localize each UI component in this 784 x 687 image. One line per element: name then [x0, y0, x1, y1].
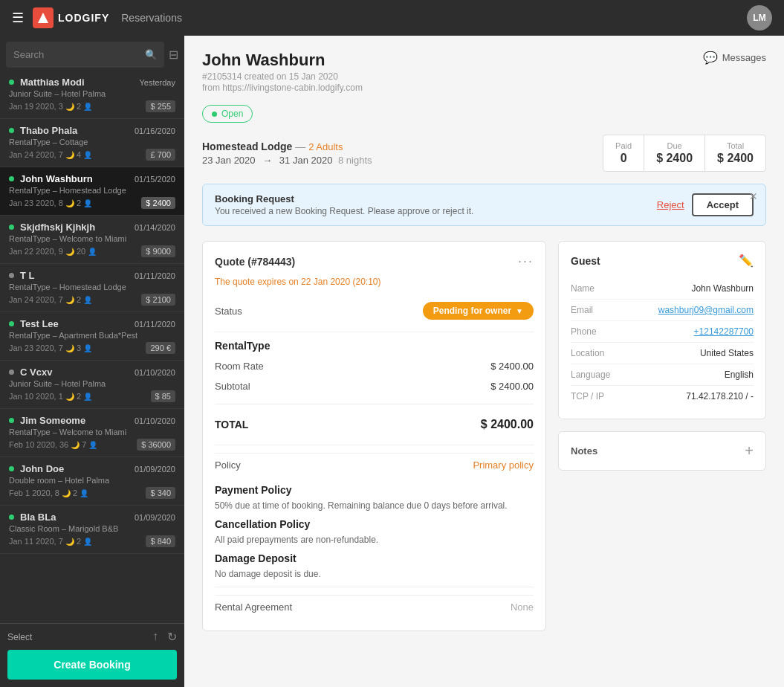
refresh-icon[interactable]: ↻: [167, 630, 177, 644]
content-area: John Washburn #2105314 created on 15 Jan…: [184, 36, 784, 687]
messages-button[interactable]: 💬 Messages: [703, 51, 766, 65]
list-item[interactable]: Skjdfhskj Kjhkjh 01/14/2020 RentalType –…: [0, 216, 184, 264]
add-note-icon[interactable]: +: [745, 442, 754, 459]
due-value: $ 2400: [656, 152, 693, 165]
side-column: Guest ✏️ Name John Washburn Email washbu…: [558, 241, 766, 643]
property-subtitle: RentalType – Cottage: [9, 138, 175, 146]
stay-dates: Jan 19 2020, 3 🌙 2 👤: [9, 102, 92, 111]
notes-card: Notes +: [558, 431, 766, 471]
reject-button[interactable]: Reject: [657, 199, 684, 210]
list-item[interactable]: T L 01/11/2020 RentalType – Homestead Lo…: [0, 264, 184, 312]
total-value: $ 2400: [717, 152, 754, 165]
quote-menu-icon[interactable]: ···: [518, 254, 534, 269]
status-pending-badge[interactable]: Pending for owner ▼: [423, 302, 534, 320]
share-icon[interactable]: ↑: [152, 630, 158, 644]
list-item[interactable]: C Vcxv 01/10/2020 Junior Suite – Hotel P…: [0, 361, 184, 409]
email-field-value[interactable]: washburj09@gmail.com: [658, 305, 754, 315]
search-input[interactable]: [13, 49, 140, 60]
damage-deposit-title: Damage Deposit: [215, 552, 534, 564]
stay-dates: Feb 10 2020, 36 🌙 7 👤: [9, 440, 97, 449]
due-label: Due: [656, 141, 693, 150]
search-bar[interactable]: 🔍: [6, 42, 164, 68]
booking-amount: $ 255: [146, 100, 175, 112]
tcp-field-value: 71.42.178.210 / -: [686, 391, 754, 401]
payment-policy-text: 50% due at time of booking. Remaining ba…: [215, 500, 534, 511]
stay-dates: Jan 23 2020, 8 🌙 2 👤: [9, 199, 92, 207]
room-rate-label: Room Rate: [215, 361, 264, 372]
adults-count: 2 Adults: [308, 141, 343, 152]
list-item[interactable]: Matthias Modi Yesterday Junior Suite – H…: [0, 71, 184, 119]
booking-date: 01/16/2020: [135, 126, 175, 135]
guest-name-row: Name John Washburn: [571, 278, 754, 300]
cancellation-policy-text: All paid prepayments are non-refundable.: [215, 535, 534, 545]
guest-name: John Doe: [20, 463, 64, 474]
language-field-label: Language: [571, 370, 610, 380]
quote-expires: The quote expires on 22 Jan 2020 (20:10): [215, 277, 534, 287]
booking-date: 01/10/2020: [135, 416, 175, 425]
booking-amount: $ 2100: [141, 294, 175, 306]
booking-date: 01/10/2020: [135, 368, 175, 377]
payment-policy-title: Payment Policy: [215, 484, 534, 496]
guest-name: C Vcxv: [20, 367, 52, 378]
sidebar: 🔍 ⊟ Matthias Modi Yesterday Junior Suite…: [0, 36, 184, 687]
guest-phone-row: Phone +12142287700: [571, 321, 754, 343]
list-item[interactable]: John Doe 01/09/2020 Double room – Hotel …: [0, 457, 184, 506]
property-subtitle: RentalType – Homestead Lodge: [9, 186, 175, 195]
accept-button[interactable]: Accept: [692, 193, 754, 216]
paid-label: Paid: [615, 141, 632, 150]
location-field-value: United States: [700, 348, 754, 358]
guest-name: Jim Someome: [20, 415, 85, 426]
guest-name: Bla BLa: [20, 512, 56, 523]
list-item[interactable]: Test Lee 01/11/2020 RentalType – Apartme…: [0, 312, 184, 361]
list-item[interactable]: Jim Someome 01/10/2020 RentalType – Welc…: [0, 409, 184, 457]
phone-field-value[interactable]: +12142287700: [694, 326, 754, 337]
list-item-active[interactable]: John Washburn 01/15/2020 RentalType – Ho…: [0, 167, 184, 216]
guest-name: T L: [20, 270, 35, 281]
stay-dates: Jan 23 2020, 7 🌙 3 👤: [9, 344, 92, 352]
banner-title: Booking Request: [215, 193, 473, 204]
edit-guest-icon[interactable]: ✏️: [739, 254, 754, 268]
banner-text: You received a new Booking Request. Plea…: [215, 206, 473, 216]
property-name: Homestead Lodge — 2 Adults: [202, 141, 372, 152]
guest-tcp-row: TCP / IP 71.42.178.210 / -: [571, 386, 754, 407]
page-title: Reservations: [121, 12, 182, 24]
total-stat: Total $ 2400: [705, 135, 765, 171]
stay-dates: Jan 24 2020, 7 🌙 2 👤: [9, 295, 92, 304]
logo: LODGIFY: [33, 7, 109, 28]
guest-name: Matthias Modi: [20, 77, 85, 88]
stay-dates: Jan 24 2020, 7 🌙 4 👤: [9, 150, 92, 159]
total-row-value: $ 2400.00: [481, 418, 534, 431]
status-dot: [9, 273, 14, 278]
guest-card: Guest ✏️ Name John Washburn Email washbu…: [558, 241, 766, 419]
status-dot: [9, 80, 14, 85]
booking-source: from https://livingstone-cabin.lodgify.c…: [202, 83, 363, 93]
property-subtitle: RentalType – Welcome to Miami: [9, 428, 175, 436]
status-badge: Open: [202, 105, 253, 123]
list-item[interactable]: Thabo Phala 01/16/2020 RentalType – Cott…: [0, 119, 184, 167]
avatar[interactable]: LM: [747, 5, 772, 30]
policy-value[interactable]: Primary policy: [473, 459, 534, 471]
booking-date: 01/15/2020: [135, 175, 175, 184]
stay-dates: Jan 22 2020, 9 🌙 20 👤: [9, 247, 97, 256]
total-label: Total: [717, 141, 754, 150]
name-field-value: John Washburn: [691, 283, 754, 294]
create-booking-button[interactable]: Create Booking: [7, 650, 177, 680]
stay-dates-detail: 23 Jan 2020 → 31 Jan 2020 8 nights: [202, 155, 372, 166]
hamburger-icon[interactable]: ☰: [12, 10, 24, 26]
location-field-label: Location: [571, 348, 604, 358]
filter-icon[interactable]: ⊟: [169, 48, 178, 62]
notes-title: Notes: [571, 445, 597, 457]
list-item[interactable]: Bla BLa 01/09/2020 Classic Room – Marigo…: [0, 506, 184, 554]
subtotal-value: $ 2400.00: [490, 381, 534, 392]
banner-close-icon[interactable]: ✕: [749, 190, 758, 202]
phone-field-label: Phone: [571, 326, 597, 337]
property-subtitle: Double room – Hotel Palma: [9, 476, 175, 485]
rental-type-header: RentalType: [215, 340, 534, 352]
booking-amount: $ 2400: [141, 197, 175, 209]
guest-location-row: Location United States: [571, 343, 754, 364]
top-navigation: ☰ LODGIFY Reservations LM: [0, 0, 784, 36]
messages-label: Messages: [722, 52, 766, 63]
status-label: Open: [221, 109, 243, 119]
status-dot: [9, 418, 14, 423]
booking-date: Yesterday: [139, 78, 175, 87]
